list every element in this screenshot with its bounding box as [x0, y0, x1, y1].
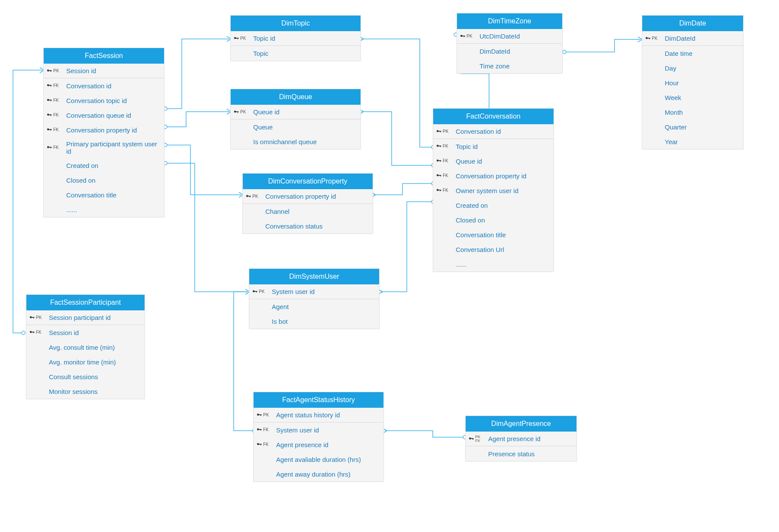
- entity-field-row: Conversation Url: [433, 242, 554, 257]
- entity-field-row: PKSession id: [44, 64, 164, 78]
- entity-field-row: FKConversation property id: [44, 123, 164, 137]
- entity-dimconversationproperty: DimConversationProperty PKConversation p…: [242, 173, 373, 234]
- field-label: DimDateId: [480, 48, 559, 55]
- field-label: Conversation id: [456, 128, 550, 135]
- field-label: Closed on: [456, 216, 550, 224]
- field-label: Topic id: [456, 143, 550, 150]
- key-indicator: FK: [29, 329, 49, 335]
- entity-field-row: FKConversation property id: [433, 168, 554, 183]
- entity-dimqueue: DimQueue PKQueue idQueueIs omnichannel q…: [230, 89, 361, 149]
- entity-field-row: Topic: [231, 46, 361, 61]
- entity-title: DimQueue: [231, 89, 361, 105]
- entity-factsession: FactSession PKSession idFKConversation i…: [43, 48, 164, 217]
- entity-field-row: Year: [642, 134, 743, 149]
- entity-field-row: Week: [642, 90, 743, 105]
- field-label: ......: [66, 206, 161, 213]
- entity-field-row: PKConversation id: [433, 124, 554, 139]
- svg-point-4: [22, 331, 25, 335]
- key-indicator: FK: [436, 187, 456, 193]
- entity-field-row: PKQueue id: [231, 105, 361, 119]
- field-label: Topic id: [253, 35, 357, 42]
- field-label: Queue id: [253, 108, 357, 116]
- entity-field-row: FKSession id: [26, 325, 145, 340]
- entity-title: FactSessionParticipant: [26, 295, 145, 310]
- entity-factagentstatushistory: FactAgentStatusHistory PKAgent status hi…: [253, 392, 384, 482]
- entity-field-row: PKTopic id: [231, 31, 361, 46]
- key-indicator: FK: [256, 427, 276, 433]
- field-label: Queue: [253, 123, 357, 131]
- field-label: Consult sessions: [49, 373, 141, 380]
- entity-field-row: Agent away duration (hrs): [254, 467, 383, 481]
- entity-field-row: FKSystem user id: [254, 422, 383, 437]
- entity-field-row: Presence status: [466, 446, 576, 461]
- entity-title: DimConversationProperty: [243, 174, 373, 189]
- key-indicator: FK: [436, 173, 456, 179]
- field-label: Closed on: [66, 177, 161, 184]
- field-label: Conversation property id: [66, 126, 161, 134]
- entity-field-row: Month: [642, 105, 743, 119]
- field-label: Agent away duration (hrs): [276, 471, 380, 478]
- key-indicator: FK: [46, 112, 66, 118]
- key-indicator: PK: [252, 289, 272, 295]
- field-label: Agent: [272, 303, 376, 310]
- field-label: Time zone: [480, 62, 559, 70]
- field-label: Hour: [665, 79, 740, 87]
- field-label: Is bot: [272, 318, 376, 325]
- entity-field-row: Consult sessions: [26, 369, 145, 384]
- entity-field-row: FKTopic id: [433, 139, 554, 154]
- field-label: System user id: [272, 288, 376, 295]
- field-label: Quarter: [665, 123, 740, 131]
- key-indicator: FK: [436, 143, 456, 149]
- entity-field-row: FKOwner system user id: [433, 183, 554, 198]
- entity-title: DimSystemUser: [249, 269, 379, 284]
- entity-field-row: Closed on: [433, 213, 554, 227]
- field-label: Owner system user id: [456, 187, 550, 194]
- field-label: Month: [665, 109, 740, 116]
- field-label: Channel: [265, 208, 369, 215]
- entity-field-row: Hour: [642, 75, 743, 90]
- entity-field-row: Day: [642, 61, 743, 75]
- key-indicator: PK: [460, 33, 480, 39]
- key-indicator: FK: [256, 442, 276, 448]
- entity-title: FactAgentStatusHistory: [254, 392, 383, 408]
- field-label: Primary participant system user id: [66, 140, 161, 155]
- field-label: Conversation id: [66, 82, 161, 90]
- field-label: UtcDimDateId: [480, 32, 559, 40]
- entity-field-row: PKUtcDimDateId: [457, 29, 562, 44]
- entity-dimtimezone: DimTimeZone PKUtcDimDateIdDimDateIdTime …: [457, 13, 563, 74]
- field-label: System user id: [276, 426, 380, 434]
- entity-title: FactSession: [44, 48, 164, 64]
- entity-field-row: Agent avaliable duration (hrs): [254, 452, 383, 467]
- field-label: Week: [665, 94, 740, 101]
- entity-title: DimDate: [642, 16, 743, 31]
- key-indicator: PK: [46, 68, 66, 74]
- key-indicator: FK: [46, 97, 66, 103]
- svg-point-11: [563, 50, 566, 54]
- key-indicator: FK: [436, 158, 456, 164]
- entity-field-row: FKConversation id: [44, 78, 164, 93]
- key-indicator: PK: [645, 35, 665, 42]
- key-indicator: PK: [233, 109, 253, 115]
- entity-field-row: Avg. consult time (min): [26, 340, 145, 355]
- entity-field-row: Closed on: [44, 173, 164, 187]
- entity-field-row: Quarter: [642, 119, 743, 134]
- entity-title: FactConversation: [433, 109, 554, 124]
- entity-field-row: Conversation title: [433, 227, 554, 242]
- field-label: Avg. monitor time (min): [49, 358, 141, 366]
- entity-title: DimTopic: [231, 16, 361, 31]
- entity-field-row: Agent: [249, 299, 379, 314]
- field-label: Conversation Url: [456, 246, 550, 253]
- field-label: Agent presence id: [276, 441, 380, 448]
- field-label: Avg. consult time (min): [49, 344, 141, 351]
- field-label: Conversation queue id: [66, 112, 161, 119]
- entity-field-row: Time zone: [457, 58, 562, 73]
- entity-field-row: Created on: [44, 158, 164, 173]
- entity-title: DimAgentPresence: [466, 416, 576, 432]
- entity-field-row: Is bot: [249, 314, 379, 329]
- field-label: Session participant id: [49, 314, 141, 321]
- field-label: Is omnichannel queue: [253, 138, 357, 145]
- field-label: Conversation title: [456, 231, 550, 239]
- key-indicator: PK: [233, 35, 253, 42]
- field-label: Monitor sessions: [49, 388, 141, 395]
- entity-field-row: PKSystem user id: [249, 284, 379, 299]
